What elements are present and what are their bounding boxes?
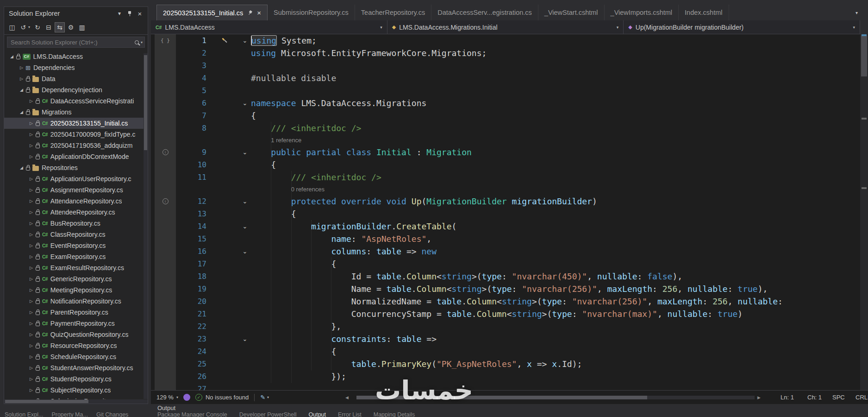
tree-item[interactable]: ◢DependencyInjection xyxy=(4,84,148,95)
tree-item[interactable]: ◢Migrations xyxy=(4,107,148,118)
expand-arrow-icon[interactable]: ▷ xyxy=(27,254,35,259)
expand-arrow-icon[interactable]: ▷ xyxy=(27,377,35,381)
scrollbar-thumb[interactable] xyxy=(861,36,867,76)
code-text[interactable]: Id = table.Column<string>(type: "nvarcha… xyxy=(251,272,682,281)
collapse-arrow-icon[interactable]: ◢ xyxy=(18,165,25,170)
chevron-down-icon[interactable]: ▾ xyxy=(28,25,30,29)
line-indicator[interactable]: Ln: 1 xyxy=(781,394,794,401)
expand-arrow-icon[interactable]: ▷ xyxy=(27,132,35,137)
search-input[interactable] xyxy=(7,39,133,46)
code-text[interactable]: ConcurrencyStamp = table.Column<string>(… xyxy=(251,309,743,319)
expand-arrow-icon[interactable]: ▷ xyxy=(27,299,35,303)
scroll-right-icon[interactable]: ▶ xyxy=(757,391,761,404)
code-text[interactable]: }, xyxy=(251,322,341,331)
expand-arrow-icon[interactable]: ▷ xyxy=(27,343,35,348)
expand-arrow-icon[interactable]: ▷ xyxy=(27,154,35,159)
tree-item[interactable]: ▷C#ExamRepository.cs xyxy=(4,251,148,262)
code-text[interactable]: /// <inheritdoc /> xyxy=(251,123,361,133)
panel-tab[interactable]: Mapping Details xyxy=(374,411,415,417)
scrollbar-thumb[interactable] xyxy=(5,400,88,403)
code-text[interactable]: constraints: table => xyxy=(251,334,437,344)
code-text[interactable]: public partial class Initial : Migration xyxy=(251,147,472,157)
code-text[interactable]: protected override void Up(MigrationBuil… xyxy=(251,196,597,206)
collapse-arrow-icon[interactable]: ◢ xyxy=(18,88,25,92)
panel-title[interactable]: Output xyxy=(157,404,175,411)
sync-with-active-document-icon[interactable]: ⇆ xyxy=(55,22,65,32)
breadcrumb-type[interactable]: ◆LMS.DataAccess.Migrations.Initial▾ xyxy=(387,20,624,34)
health-status-text[interactable]: No issues found xyxy=(206,394,249,401)
expand-arrow-icon[interactable]: ▷ xyxy=(27,366,35,370)
tree-item[interactable]: ▷C#20250417000909_fixIdType.c xyxy=(4,129,148,140)
fold-collapse-icon[interactable]: ⌄ xyxy=(239,198,251,205)
health-check-icon[interactable]: ✓ xyxy=(195,394,202,401)
tree-item[interactable]: ▷C#DataAccessServiceRegistrati xyxy=(4,95,148,107)
expand-arrow-icon[interactable]: ▷ xyxy=(27,199,35,203)
code-text[interactable]: name: "AspNetRoles", xyxy=(251,234,431,244)
search-icon[interactable] xyxy=(135,40,139,44)
tree-item[interactable]: ▷C#AttendeeRepository.cs xyxy=(4,207,148,218)
collapse-all-icon[interactable]: ⊟ xyxy=(44,22,54,32)
code-text[interactable]: using System; xyxy=(251,36,317,45)
code-text[interactable]: { xyxy=(251,347,336,356)
panel-tab[interactable]: Solution Expl... xyxy=(5,411,43,417)
codelens-label[interactable]: 0 references xyxy=(291,186,325,193)
code-cleanup-icon[interactable]: ✎ xyxy=(260,394,265,401)
expand-arrow-icon[interactable]: ▷ xyxy=(27,99,35,103)
chevron-down-icon[interactable]: ▾ xyxy=(176,395,178,399)
panel-tab[interactable]: Package Manager Console xyxy=(157,411,227,417)
column-indicator[interactable]: Ch: 1 xyxy=(807,394,822,401)
tree-item[interactable]: ◢C#LMS.DataAccess xyxy=(4,51,148,62)
fold-collapse-icon[interactable]: ⌄ xyxy=(239,335,251,342)
editor-tab[interactable]: SubmissionRepository.cs xyxy=(268,5,355,20)
sidebar-horizontal-scrollbar[interactable] xyxy=(4,399,148,404)
line-ending-indicator[interactable]: CRLF xyxy=(856,394,868,401)
tree-item[interactable]: ▷C#PaymentRepository.cs xyxy=(4,318,148,329)
collapse-arrow-icon[interactable]: ◢ xyxy=(8,54,16,59)
zoom-control[interactable]: 129 % ▾ xyxy=(156,394,178,401)
scrollbar-thumb[interactable] xyxy=(144,55,147,150)
spaces-indicator[interactable]: SPC xyxy=(832,394,845,401)
expand-arrow-icon[interactable]: ▷ xyxy=(27,265,35,270)
tree-item[interactable]: ▷C#StudentAnswerRepository.cs xyxy=(4,362,148,373)
quick-actions-icon[interactable] xyxy=(220,36,229,45)
scroll-left-icon[interactable]: ◀ xyxy=(345,391,349,404)
tree-item[interactable]: ▷C#GenericRepository.cs xyxy=(4,273,148,284)
expand-arrow-icon[interactable]: ▷ xyxy=(27,232,35,237)
tree-item[interactable]: ▷C#QuizQuestionRepository.cs xyxy=(4,329,148,340)
tree-item[interactable]: ▷C#ClassRepository.cs xyxy=(4,229,148,240)
tree-item[interactable]: ▷C#SubjectRepository.cs xyxy=(4,385,148,396)
expand-arrow-icon[interactable]: ▷ xyxy=(27,243,35,248)
panel-tab[interactable]: Developer PowerShell xyxy=(239,411,297,417)
expand-arrow-icon[interactable]: ▷ xyxy=(27,332,35,337)
expand-arrow-icon[interactable]: ▷ xyxy=(27,277,35,281)
chevron-down-icon[interactable]: ▾ xyxy=(141,40,143,44)
fold-collapse-icon[interactable]: ⌄ xyxy=(239,100,251,107)
expand-arrow-icon[interactable]: ▷ xyxy=(27,121,35,126)
expand-arrow-icon[interactable]: ▷ xyxy=(27,177,35,181)
tree-item[interactable]: ▷C#EventRepository.cs xyxy=(4,240,148,251)
fold-collapse-icon[interactable]: ⌄ xyxy=(239,223,251,230)
editor-tab[interactable]: _ViewStart.cshtml xyxy=(538,5,605,20)
editor-vertical-scrollbar[interactable] xyxy=(860,34,868,390)
panel-tab[interactable]: Output xyxy=(308,411,326,417)
close-icon[interactable]: × xyxy=(257,9,261,17)
code-text[interactable]: { xyxy=(251,160,276,170)
sidebar-vertical-scrollbar[interactable] xyxy=(144,53,148,399)
editor-tab[interactable]: _ViewImports.cshtml xyxy=(605,5,679,20)
tree-item[interactable]: ▷C#ResourceRepository.cs xyxy=(4,340,148,351)
tree-item[interactable]: ▷C#AttendanceRepository.cs xyxy=(4,196,148,207)
expand-arrow-icon[interactable]: ▷ xyxy=(27,221,35,226)
editor-tab[interactable]: Index.cshtml xyxy=(679,5,729,20)
tree-item[interactable]: ▷C#ApplicationDbContextMode xyxy=(4,151,148,162)
tree-item[interactable]: ▷C#NotificationRepository.cs xyxy=(4,296,148,307)
code-text[interactable]: { xyxy=(251,259,336,269)
code-text[interactable]: columns: table => new xyxy=(251,246,437,256)
tree-item[interactable]: ▷Data xyxy=(4,73,148,84)
fold-collapse-icon[interactable]: ⌄ xyxy=(239,37,251,44)
code-editor[interactable]: { }1⌄using System;2using Microsoft.Entit… xyxy=(151,34,860,390)
tree-item[interactable]: ▷C#ParentRepository.cs xyxy=(4,307,148,318)
tree-item[interactable]: ▷⊞Dependencies xyxy=(4,62,148,73)
tree-item[interactable]: ▷C#AssignmentRepository.cs xyxy=(4,184,148,196)
tree-item[interactable]: ▷C#20250417190536_addquizm xyxy=(4,140,148,151)
code-text[interactable]: { xyxy=(251,111,256,120)
